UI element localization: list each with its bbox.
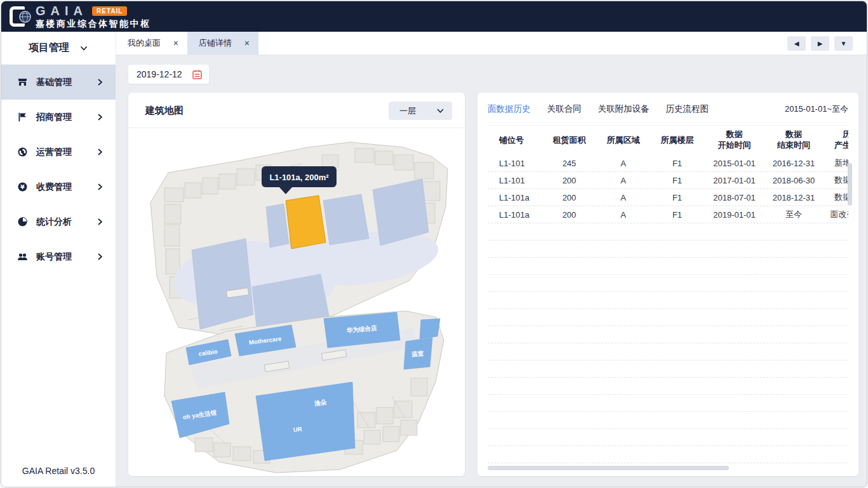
table-body: L1-101245AF12015-01-012016-12-31新增数据1L1-…: [488, 155, 848, 463]
sidebar-item-basic-mgmt[interactable]: 基础管理: [1, 65, 116, 100]
vertical-scrollbar[interactable]: [848, 163, 852, 206]
table-cell: F1: [650, 176, 704, 185]
history-date-range: 2015-01-01~至今: [785, 103, 848, 115]
tab-history-flowchart[interactable]: 历史流程图: [666, 103, 709, 115]
triangle-left-icon: ◀: [794, 40, 799, 47]
table-cell: 至今: [765, 209, 823, 220]
chevron-right-icon: [96, 253, 104, 261]
table-empty-row: [488, 258, 848, 275]
table-row[interactable]: L1-101a200AF12018-07-012018-12-31数据编辑3: [488, 189, 848, 206]
table-empty-row: [488, 446, 848, 463]
tab-related-devices[interactable]: 关联附加设备: [598, 103, 650, 115]
table-empty-row: [488, 343, 848, 360]
sidebar-item-account-mgmt[interactable]: 账号管理: [1, 239, 116, 274]
table-cell: 2016-12-31: [765, 159, 823, 168]
operations-gear-icon: [17, 147, 28, 157]
pie-chart-icon: [17, 216, 28, 227]
table-cell: 2019-01-01: [704, 210, 765, 220]
table-cell: L1-101: [488, 176, 542, 185]
tab-list-button[interactable]: ▼: [834, 36, 853, 51]
sidebar-item-label: 账号管理: [36, 251, 96, 263]
table-empty-row: [488, 223, 848, 241]
table-cell: 数据编辑: [823, 192, 848, 203]
users-icon: [17, 251, 28, 262]
tab-scroll-right-button[interactable]: ▶: [811, 36, 829, 51]
map-unit[interactable]: [323, 194, 369, 245]
tab-label: 店铺详情: [199, 37, 232, 49]
tab-area-data-history[interactable]: 面数据历史: [488, 103, 531, 115]
table-empty-row: [488, 395, 848, 412]
table-cell: 200: [542, 210, 596, 220]
table-empty-row: [488, 241, 848, 258]
store-unit-yuduo-ur[interactable]: [256, 382, 355, 461]
sidebar-item-label: 基础管理: [36, 77, 96, 88]
building-lower: 华为综合店 Mothercare calibio 温室 oh ya生活馆 渔朵 …: [164, 311, 444, 473]
date-picker[interactable]: 2019-12-12: [128, 65, 209, 84]
map-unit[interactable]: [192, 239, 253, 329]
tab-nav-controls: ◀ ▶ ▼: [787, 32, 867, 55]
table-empty-row: [488, 378, 848, 395]
close-icon[interactable]: ×: [244, 38, 250, 48]
tab-bar-spacer: [258, 32, 787, 55]
close-icon[interactable]: ×: [173, 38, 178, 48]
brand-subtitle: 嘉楼商业综合体智能中枢: [36, 19, 151, 29]
retail-badge: RETAIL: [92, 6, 127, 16]
store-label: 温室: [411, 350, 424, 358]
table-cell: 面改变形状: [823, 209, 848, 220]
page-body: 2019-12-12 建筑地图: [116, 55, 867, 487]
map-card-header: 建筑地图 一层: [128, 93, 465, 128]
column-header: 所属区域: [596, 135, 650, 146]
tab-store-detail[interactable]: 店铺详情 ×: [187, 32, 258, 55]
store-label: 渔朵: [314, 399, 328, 407]
table-cell: A: [596, 193, 650, 202]
chevron-right-icon: [96, 113, 104, 121]
app-version: GAIA Retail v3.5.0: [1, 466, 116, 476]
table-cell: L1-101: [488, 159, 542, 168]
table-cell: A: [596, 176, 650, 185]
table-cell: 2018-06-30: [765, 176, 823, 185]
sidebar-project-menu[interactable]: 项目管理: [1, 32, 116, 65]
highlighted-unit-L1-101a[interactable]: [286, 195, 326, 249]
globe-icon: [19, 11, 31, 23]
table-row[interactable]: L1-101200AF12017-01-012018-06-30数据编辑2: [488, 172, 848, 189]
chevron-right-icon: [96, 78, 104, 86]
table-empty-row: [488, 429, 848, 446]
column-header: 租赁面积: [542, 135, 596, 146]
storefront-icon: [17, 77, 28, 88]
table-empty-row: [488, 292, 848, 309]
table-cell: 2018-07-01: [704, 193, 765, 202]
floor-select[interactable]: 一层: [389, 102, 452, 120]
table-header-row: 铺位号 租赁面积 所属区域 所属楼层 数据 开始时间 数据 结束时间 历史 产生…: [488, 126, 848, 155]
column-header: 数据 结束时间: [765, 129, 823, 151]
svg-text:¥: ¥: [20, 184, 25, 190]
table-cell: 2015-01-01: [704, 159, 765, 168]
table-cell: 245: [542, 159, 596, 168]
table-empty-row: [488, 412, 848, 429]
tab-scroll-left-button[interactable]: ◀: [787, 36, 806, 51]
store-unit-small[interactable]: [420, 319, 440, 339]
table-row[interactable]: L1-101245AF12015-01-012016-12-31新增数据1: [488, 155, 848, 172]
yen-circle-icon: ¥: [17, 181, 28, 192]
history-table: 铺位号 租赁面积 所属区域 所属楼层 数据 开始时间 数据 结束时间 历史 产生…: [488, 126, 848, 463]
table-row[interactable]: L1-101a200AF12019-01-01至今面改变形状4: [488, 206, 848, 223]
tab-my-desktop[interactable]: 我的桌面 ×: [116, 32, 187, 55]
sidebar-item-statistics[interactable]: 统计分析: [1, 204, 116, 239]
cards-row: 建筑地图 一层: [128, 93, 867, 476]
tab-related-contracts[interactable]: 关联合同: [547, 103, 582, 115]
table-cell: 新增数据: [823, 157, 848, 169]
floor-map[interactable]: L1-101a, 200m²: [131, 129, 462, 475]
table-cell: F1: [650, 193, 704, 202]
table-cell: L1-101a: [488, 210, 542, 220]
horizontal-scrollbar[interactable]: [488, 466, 729, 470]
table-cell: F1: [650, 210, 704, 220]
sidebar-item-operation-mgmt[interactable]: 运营管理: [1, 135, 116, 169]
column-header: 数据 开始时间: [704, 129, 765, 151]
sidebar-item-label: 统计分析: [36, 216, 96, 228]
sidebar-item-fee-mgmt[interactable]: ¥ 收费管理: [1, 169, 116, 204]
chevron-down-icon: [436, 107, 444, 115]
history-tabs: 面数据历史 关联合同 关联附加设备 历史流程图 2015-01-01~至今: [488, 93, 848, 126]
calendar-icon: [192, 69, 203, 80]
chevron-down-icon: [79, 44, 88, 53]
sidebar-item-leasing-mgmt[interactable]: 招商管理: [1, 100, 116, 135]
table-cell: 200: [542, 193, 596, 202]
